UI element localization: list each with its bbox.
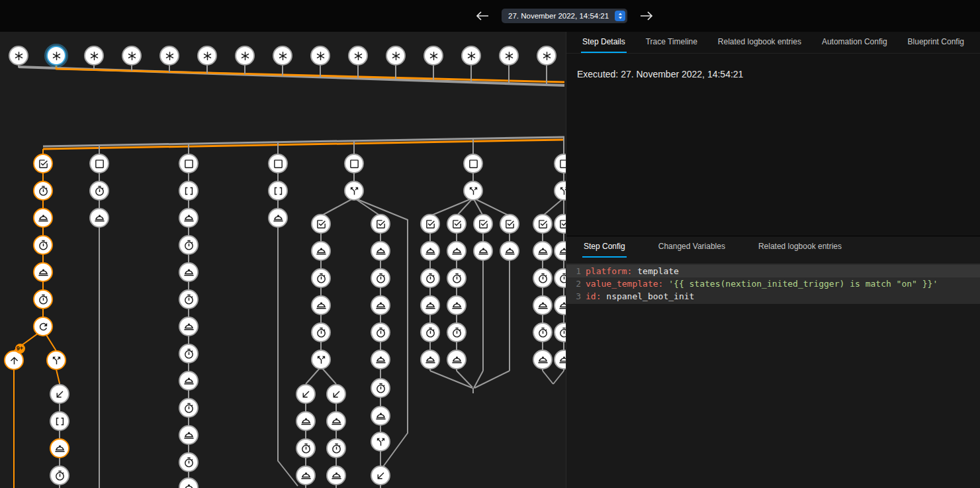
trace-node-asterisk[interactable] bbox=[84, 46, 104, 66]
trace-node-timer[interactable] bbox=[33, 235, 53, 255]
trace-node-service[interactable] bbox=[179, 371, 199, 391]
trace-node-check[interactable] bbox=[500, 214, 519, 234]
trace-node-repeat[interactable] bbox=[33, 317, 53, 336]
trace-node-timer[interactable] bbox=[533, 322, 553, 342]
trace-node-split[interactable] bbox=[344, 181, 364, 201]
trace-node-timer[interactable] bbox=[311, 322, 331, 342]
trace-node-service[interactable] bbox=[89, 208, 109, 228]
trace-node-timer[interactable] bbox=[179, 344, 199, 364]
trace-node-service[interactable] bbox=[533, 241, 553, 261]
trace-node-arrowbl[interactable] bbox=[296, 384, 316, 404]
trace-node-asterisk[interactable] bbox=[348, 46, 368, 66]
trace-node-service[interactable] bbox=[326, 411, 346, 431]
trace-node-timer[interactable] bbox=[371, 378, 390, 398]
trace-node-brackets[interactable] bbox=[50, 411, 69, 431]
tab-automation-config[interactable]: Automation Config bbox=[821, 37, 889, 53]
tab-step-details[interactable]: Step Details bbox=[581, 37, 627, 53]
trace-node-service[interactable] bbox=[371, 406, 390, 426]
trace-node-timer[interactable] bbox=[371, 268, 390, 288]
trace-node-service[interactable] bbox=[420, 295, 440, 315]
trace-node-split[interactable] bbox=[463, 181, 483, 201]
trace-node-asterisk[interactable] bbox=[499, 46, 519, 66]
previous-run-button[interactable] bbox=[474, 8, 491, 24]
trace-node-service[interactable] bbox=[296, 465, 316, 485]
trace-node-service[interactable] bbox=[371, 241, 390, 261]
trace-node-service[interactable] bbox=[447, 295, 467, 315]
trace-node-asterisk[interactable] bbox=[386, 46, 406, 66]
trace-node-check[interactable] bbox=[371, 214, 390, 234]
trace-node-timer[interactable] bbox=[311, 268, 331, 288]
trace-node-asterisk[interactable] bbox=[122, 46, 142, 66]
trace-node-asterisk[interactable] bbox=[461, 46, 481, 66]
run-selector[interactable]: 27. November 2022, 14:54:21 bbox=[502, 9, 627, 23]
trace-node-arrowbl[interactable] bbox=[326, 384, 346, 404]
trace-node-service[interactable] bbox=[50, 438, 69, 458]
trace-node-service[interactable] bbox=[371, 350, 390, 369]
trace-node-timer[interactable] bbox=[371, 322, 390, 342]
trace-node-asterisk-selected[interactable] bbox=[46, 46, 66, 66]
tab-step-config[interactable]: Step Config bbox=[582, 242, 627, 258]
trace-node-arrowup[interactable] bbox=[4, 350, 24, 370]
trace-node-asterisk[interactable] bbox=[159, 46, 179, 66]
trace-node-timer[interactable] bbox=[33, 289, 53, 309]
trace-node-service[interactable] bbox=[420, 241, 440, 261]
trace-node-service[interactable] bbox=[447, 350, 467, 369]
trace-node-square[interactable] bbox=[268, 154, 288, 173]
trace-node-square[interactable] bbox=[344, 154, 364, 173]
trace-node-service[interactable] bbox=[179, 317, 199, 336]
tab-changed-variables[interactable]: Changed Variables bbox=[657, 242, 727, 258]
trace-node-check[interactable] bbox=[447, 214, 467, 234]
trace-node-timer[interactable] bbox=[326, 438, 346, 458]
trace-node-timer[interactable] bbox=[179, 235, 199, 255]
trace-node-service[interactable] bbox=[268, 208, 288, 228]
trace-node-brackets[interactable] bbox=[268, 181, 288, 201]
trace-node-square[interactable] bbox=[89, 154, 109, 173]
trace-node-service[interactable] bbox=[533, 350, 553, 369]
trace-node-service[interactable] bbox=[296, 411, 316, 431]
trace-node-service[interactable] bbox=[371, 295, 390, 315]
next-run-button[interactable] bbox=[638, 8, 655, 24]
trace-node-timer[interactable] bbox=[179, 289, 199, 309]
trace-node-arrowbl[interactable] bbox=[50, 384, 69, 404]
trace-node-service[interactable] bbox=[179, 208, 199, 228]
tab-related-logbook-entries[interactable]: Related logbook entries bbox=[757, 242, 843, 258]
tab-trace-timeline[interactable]: Trace Timeline bbox=[645, 37, 699, 53]
trace-node-timer[interactable] bbox=[533, 268, 553, 288]
trace-node-timer[interactable] bbox=[420, 322, 440, 342]
trace-node-service[interactable] bbox=[179, 262, 199, 282]
trace-node-arrowbl[interactable] bbox=[371, 465, 390, 485]
tab-blueprint-config[interactable]: Blueprint Config bbox=[907, 37, 965, 53]
trace-node-asterisk[interactable] bbox=[537, 46, 557, 66]
yaml-code-editor[interactable]: 1platform: template2value_template: '{{ … bbox=[566, 264, 980, 304]
trace-node-asterisk[interactable] bbox=[235, 46, 255, 66]
tab-related-logbook-entries[interactable]: Related logbook entries bbox=[717, 37, 803, 53]
trace-node-timer[interactable] bbox=[179, 398, 199, 418]
trace-node-check[interactable] bbox=[473, 214, 493, 234]
trace-node-split[interactable] bbox=[311, 350, 331, 369]
trace-node-service[interactable] bbox=[311, 241, 331, 261]
trace-node-check[interactable] bbox=[311, 214, 331, 234]
trace-node-split[interactable] bbox=[46, 350, 66, 370]
trace-node-service[interactable] bbox=[33, 208, 53, 228]
trace-node-asterisk[interactable] bbox=[310, 46, 330, 66]
trace-node-service[interactable] bbox=[311, 295, 331, 315]
trace-node-timer[interactable] bbox=[447, 322, 467, 342]
trace-node-timer[interactable] bbox=[33, 181, 53, 201]
trace-node-service[interactable] bbox=[326, 465, 346, 485]
trace-node-timer[interactable] bbox=[89, 181, 109, 201]
trace-node-service[interactable] bbox=[447, 241, 467, 261]
trace-node-timer[interactable] bbox=[296, 438, 316, 458]
trace-node-asterisk[interactable] bbox=[273, 46, 292, 66]
trace-node-service[interactable] bbox=[420, 350, 440, 369]
trace-node-timer[interactable] bbox=[50, 465, 69, 485]
trace-node-service[interactable] bbox=[179, 425, 199, 445]
trace-node-service[interactable] bbox=[500, 241, 519, 261]
trace-node-check[interactable] bbox=[33, 154, 53, 173]
trace-node-timer[interactable] bbox=[420, 268, 440, 288]
trace-node-timer[interactable] bbox=[179, 452, 199, 472]
trace-node-split[interactable] bbox=[371, 432, 390, 452]
trace-node-square[interactable] bbox=[179, 154, 199, 173]
trace-node-square[interactable] bbox=[463, 154, 483, 173]
trace-node-asterisk[interactable] bbox=[423, 46, 443, 66]
trace-node-service[interactable] bbox=[533, 295, 553, 315]
